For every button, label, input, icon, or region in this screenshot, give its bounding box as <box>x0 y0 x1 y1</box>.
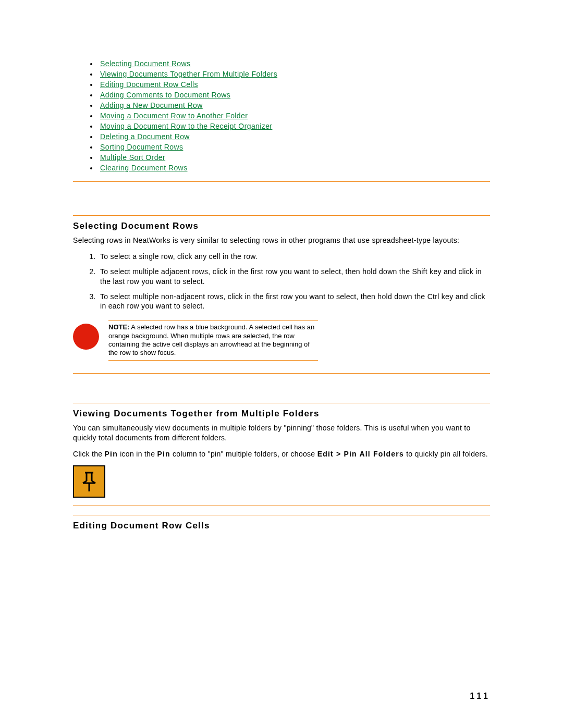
section-heading-editing: Editing Document Row Cells <box>73 521 490 531</box>
toc-list: Selecting Document Rows Viewing Document… <box>98 59 490 172</box>
section-heading-viewing: Viewing Documents Together from Multiple… <box>73 409 490 419</box>
section1-steps: To select a single row, click any cell i… <box>98 252 490 311</box>
divider <box>73 515 490 515</box>
section1-intro: Selecting rows in NeatWorks is very simi… <box>73 236 490 245</box>
note-block: NOTE: A selected row has a blue backgrou… <box>73 320 318 361</box>
toc-item: Clearing Document Rows <box>98 164 490 172</box>
toc-link-viewing[interactable]: Viewing Documents Together From Multiple… <box>100 70 277 78</box>
section2-p2: Click the Pin icon in the Pin column to … <box>73 449 490 459</box>
text: to quickly pin all folders. <box>404 450 488 458</box>
toc-item: Multiple Sort Order <box>98 153 490 162</box>
toc-item: Deleting a Document Row <box>98 132 490 141</box>
toc-link-sorting[interactable]: Sorting Document Rows <box>100 143 183 151</box>
toc-item: Editing Document Row Cells <box>98 80 490 89</box>
section2-p1: You can simultaneously view documents in… <box>73 423 490 443</box>
divider <box>73 215 490 216</box>
ui-menu-path: Edit > Pin All Folders <box>317 450 404 458</box>
toc-item: Adding Comments to Document Rows <box>98 91 490 99</box>
toc-link-selecting[interactable]: Selecting Document Rows <box>100 59 190 68</box>
toc-item: Viewing Documents Together From Multiple… <box>98 70 490 78</box>
toc-link-deleting[interactable]: Deleting a Document Row <box>100 132 190 141</box>
step-item: To select multiple adjacent rows, click … <box>98 267 490 287</box>
toc-link-moving-receipt[interactable]: Moving a Document Row to the Receipt Org… <box>100 122 272 130</box>
divider <box>73 505 490 505</box>
page-number: 111 <box>470 692 490 701</box>
text: column to "pin" multiple folders, or cho… <box>170 450 317 458</box>
toc-link-clearing[interactable]: Clearing Document Rows <box>100 164 188 172</box>
toc-item: Moving a Document Row to the Receipt Org… <box>98 122 490 130</box>
step-item: To select a single row, click any cell i… <box>98 252 490 262</box>
note-text: NOTE: A selected row has a blue backgrou… <box>108 320 318 361</box>
ui-pin: Pin <box>105 450 118 458</box>
toc-item: Sorting Document Rows <box>98 143 490 151</box>
divider <box>73 403 490 403</box>
text: icon in the <box>118 450 157 458</box>
toc-link-moving-folder[interactable]: Moving a Document Row to Another Folder <box>100 112 248 120</box>
section-heading-selecting: Selecting Document Rows <box>73 221 490 231</box>
divider <box>73 373 490 374</box>
pin-icon <box>73 465 105 498</box>
note-label: NOTE: <box>108 323 129 331</box>
ui-pin-col: Pin <box>157 450 170 458</box>
text: Click the <box>73 450 105 458</box>
document-page: Selecting Document Rows Viewing Document… <box>0 0 563 728</box>
toc-link-multiple-sort[interactable]: Multiple Sort Order <box>100 153 165 162</box>
note-dot-icon <box>73 324 99 350</box>
toc-link-editing[interactable]: Editing Document Row Cells <box>100 80 198 89</box>
toc-link-adding-comments[interactable]: Adding Comments to Document Rows <box>100 91 230 99</box>
toc-item: Moving a Document Row to Another Folder <box>98 112 490 120</box>
toc-link-adding-row[interactable]: Adding a New Document Row <box>100 101 203 109</box>
note-body: A selected row has a blue background. A … <box>108 323 314 356</box>
toc-item: Adding a New Document Row <box>98 101 490 109</box>
toc-item: Selecting Document Rows <box>98 59 490 68</box>
divider <box>73 181 490 182</box>
step-item: To select multiple non-adjacent rows, cl… <box>98 292 490 312</box>
